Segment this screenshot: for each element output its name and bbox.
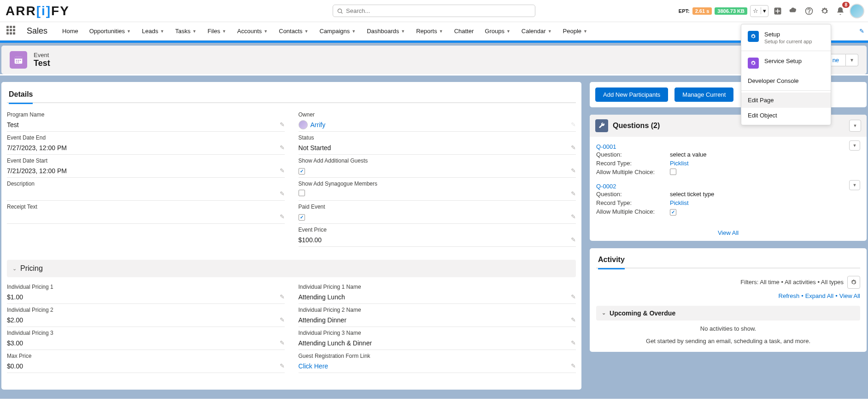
chevron-down-icon: ▼: [506, 29, 510, 34]
ept-label: EPT:: [679, 8, 690, 14]
add-participants-button[interactable]: Add New Participants: [595, 88, 668, 102]
chevron-down-icon: ▼: [352, 29, 356, 34]
field-label: Individual Pricing 3 Name: [299, 330, 576, 336]
pencil-icon[interactable]: ✎: [280, 121, 285, 128]
pricing-section-header[interactable]: ⌄Pricing: [7, 260, 576, 277]
svg-rect-8: [15, 57, 23, 59]
field-value: Attending Dinner: [299, 316, 571, 324]
search-input[interactable]: [346, 7, 531, 14]
pencil-icon[interactable]: ✎: [571, 293, 576, 300]
question-link[interactable]: Q-0002: [596, 183, 616, 190]
nav-reports[interactable]: Reports▼: [415, 23, 444, 39]
user-avatar[interactable]: [850, 4, 864, 18]
checkbox: [299, 214, 305, 221]
setup-menu-setup[interactable]: Setup Setup for current app: [741, 26, 831, 49]
setup-menu-edit-page[interactable]: Edit Page: [741, 93, 831, 108]
form-link[interactable]: Click Here: [299, 362, 328, 370]
nav-home[interactable]: Home: [61, 23, 79, 39]
questions-menu-button[interactable]: ▼: [849, 120, 861, 132]
pencil-icon[interactable]: ✎: [280, 339, 285, 346]
nav-contacts[interactable]: Contacts▼: [278, 23, 309, 39]
upcoming-section[interactable]: ⌄Upcoming & Overdue: [596, 306, 860, 321]
pencil-icon[interactable]: ✎: [571, 339, 576, 346]
field-label: Description: [7, 181, 285, 187]
global-search[interactable]: [333, 5, 535, 17]
star-icon: ☆: [751, 7, 761, 14]
field-value: Attending Lunch: [299, 293, 571, 301]
svg-rect-10: [18, 60, 19, 61]
app-nav-bar: Sales Home Opportunities▼ Leads▼ Tasks▼ …: [0, 22, 868, 41]
salesforce-help-button[interactable]: [787, 5, 800, 18]
activity-filter-button[interactable]: [847, 276, 860, 289]
field-label: Individual Pricing 1: [7, 284, 285, 290]
gear-icon: [748, 31, 759, 42]
nav-files[interactable]: Files▼: [206, 23, 227, 39]
question-item-menu[interactable]: ▼: [849, 140, 860, 151]
edit-nav-button[interactable]: ✎: [859, 28, 864, 35]
record-action-dropdown[interactable]: ▼: [846, 54, 858, 66]
pencil-icon[interactable]: ✎: [571, 362, 576, 369]
app-launcher-icon[interactable]: [6, 26, 18, 37]
view-all-link[interactable]: View All: [839, 292, 860, 299]
nav-opportunities[interactable]: Opportunities▼: [88, 23, 132, 39]
question-link[interactable]: Q-0001: [596, 143, 616, 150]
pencil-icon[interactable]: ✎: [571, 190, 576, 197]
pencil-icon[interactable]: ✎: [280, 213, 285, 220]
pencil-icon[interactable]: ✎: [571, 144, 576, 151]
favorites-button[interactable]: ☆ ▾: [750, 5, 768, 17]
pencil-icon[interactable]: ✎: [571, 236, 576, 243]
pencil-icon[interactable]: ✎: [280, 144, 285, 151]
question-icon: [804, 6, 814, 16]
chevron-down-icon: ▼: [193, 29, 197, 34]
svg-rect-4: [775, 11, 780, 12]
setup-menu-edit-object[interactable]: Edit Object: [741, 108, 831, 123]
refresh-link[interactable]: Refresh: [779, 292, 800, 299]
nav-groups[interactable]: Groups▼: [484, 23, 511, 39]
cloud-icon: [789, 6, 798, 16]
chevron-down-icon: ▾: [761, 7, 768, 14]
activity-tab[interactable]: Activity: [598, 256, 625, 269]
record-type-link[interactable]: Picklist: [670, 199, 688, 206]
field-value: $1.00: [7, 293, 280, 301]
questions-title[interactable]: Questions (2): [613, 122, 660, 130]
pencil-icon[interactable]: ✎: [571, 316, 576, 323]
nav-campaigns[interactable]: Campaigns▼: [318, 23, 357, 39]
question-item: ▼ Q-0001 Question:select a value Record …: [596, 140, 860, 180]
wrench-icon: [595, 119, 608, 132]
view-all-link[interactable]: View All: [718, 229, 739, 236]
empty-state-text: No activities to show.: [596, 321, 860, 333]
event-icon: [10, 51, 27, 69]
avatar: [299, 120, 308, 129]
setup-menu-dev-console[interactable]: Developer Console: [741, 73, 831, 88]
record-type-link[interactable]: Picklist: [670, 160, 688, 167]
record-title: Test: [34, 58, 50, 68]
pencil-icon[interactable]: ✎: [280, 362, 285, 369]
manage-current-button[interactable]: Manage Current: [674, 88, 733, 102]
pencil-icon[interactable]: ✎: [280, 316, 285, 323]
pencil-icon[interactable]: ✎: [280, 293, 285, 300]
field-label: Paid Event: [299, 204, 576, 210]
setup-menu-service-setup[interactable]: Service Setup: [741, 53, 831, 73]
pencil-icon[interactable]: ✎: [280, 167, 285, 174]
nav-calendar[interactable]: Calendar▼: [521, 23, 553, 39]
add-button[interactable]: [771, 5, 784, 18]
activity-panel: Activity Filters: All time • All activit…: [590, 248, 867, 352]
nav-dashboards[interactable]: Dashboards▼: [366, 23, 406, 39]
nav-tasks[interactable]: Tasks▼: [174, 23, 197, 39]
nav-people[interactable]: People▼: [562, 23, 588, 39]
field-label: Individual Pricing 2 Name: [299, 307, 576, 313]
expand-all-link[interactable]: Expand All: [805, 292, 833, 299]
owner-link[interactable]: Arrify: [311, 121, 326, 128]
nav-chatter[interactable]: Chatter: [453, 23, 475, 39]
pencil-icon[interactable]: ✎: [280, 190, 285, 197]
pencil-icon[interactable]: ✎: [571, 121, 576, 128]
nav-leads[interactable]: Leads▼: [141, 23, 165, 39]
setup-gear-button[interactable]: [818, 5, 831, 18]
nav-accounts[interactable]: Accounts▼: [236, 23, 269, 39]
bell-icon: [836, 6, 845, 16]
question-item-menu[interactable]: ▼: [849, 180, 860, 190]
details-tab[interactable]: Details: [9, 90, 33, 104]
help-button[interactable]: [803, 5, 815, 18]
pencil-icon[interactable]: ✎: [571, 213, 576, 220]
pencil-icon[interactable]: ✎: [571, 167, 576, 174]
